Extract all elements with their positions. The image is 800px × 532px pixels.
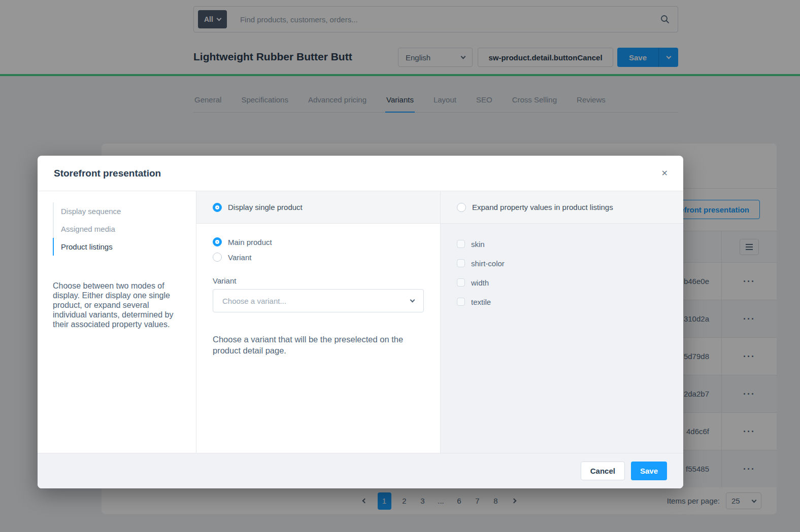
- modal-header: Storefront presentation ✕: [38, 156, 683, 191]
- storefront-presentation-modal: Storefront presentation ✕ Display sequen…: [38, 156, 683, 488]
- radio-variant-label: Variant: [228, 253, 251, 262]
- cancel-button[interactable]: Cancel: [581, 462, 625, 480]
- variant-select[interactable]: Choose a variant...: [213, 289, 424, 312]
- nav-item-display-sequence[interactable]: Display sequence: [54, 202, 196, 220]
- app-window: All Lightweight Rubber Butter Butt Engli…: [0, 0, 800, 532]
- modal-sidebar: Display sequence Assigned media Product …: [38, 191, 196, 453]
- radio-main-product-label: Main product: [228, 238, 272, 246]
- variant-field-label: Variant: [213, 276, 424, 285]
- checkbox-shirt-color[interactable]: [457, 259, 465, 267]
- checkbox-skin-label: skin: [471, 240, 485, 249]
- expand-properties-column: Expand property values in product listin…: [441, 191, 683, 453]
- chevron-down-icon: [410, 298, 415, 303]
- single-product-column: Display single product Main product Vari…: [196, 191, 441, 453]
- modal-body: Display sequence Assigned media Product …: [38, 191, 683, 453]
- single-product-body: Main product Variant Variant Choose a va…: [196, 224, 440, 453]
- nav-item-assigned-media[interactable]: Assigned media: [54, 220, 196, 238]
- checkbox-shirt-color-label: shirt-color: [471, 259, 505, 268]
- variant-select-placeholder: Choose a variant...: [222, 297, 286, 305]
- modal-save-button[interactable]: Save: [631, 462, 667, 480]
- expand-properties-body: skin shirt-color width textile: [441, 224, 683, 453]
- modal-title: Storefront presentation: [54, 168, 161, 179]
- checkbox-textile-label: textile: [471, 298, 491, 306]
- nav-item-product-listings[interactable]: Product listings: [53, 238, 196, 256]
- expand-properties-header-label: Expand property values in product listin…: [472, 203, 613, 211]
- radio-variant[interactable]: [213, 253, 222, 262]
- radio-main-product[interactable]: [213, 237, 222, 246]
- checkbox-width-label: width: [471, 278, 489, 287]
- close-icon[interactable]: ✕: [661, 168, 668, 178]
- modal-nav: Display sequence Assigned media Product …: [53, 202, 196, 256]
- expand-properties-header: Expand property values in product listin…: [441, 191, 683, 224]
- modal-footer: Cancel Save: [38, 453, 683, 488]
- checkbox-skin[interactable]: [457, 240, 465, 248]
- mode-description: Choose between two modes of display. Eit…: [53, 281, 183, 329]
- checkbox-textile[interactable]: [457, 298, 465, 306]
- radio-display-single-product[interactable]: [213, 203, 222, 212]
- single-product-header-label: Display single product: [228, 203, 303, 211]
- checkbox-width[interactable]: [457, 278, 465, 287]
- single-product-header: Display single product: [196, 191, 440, 224]
- variant-helper-text: Choose a variant that will be the presel…: [213, 334, 417, 356]
- radio-expand-property-values[interactable]: [457, 203, 466, 212]
